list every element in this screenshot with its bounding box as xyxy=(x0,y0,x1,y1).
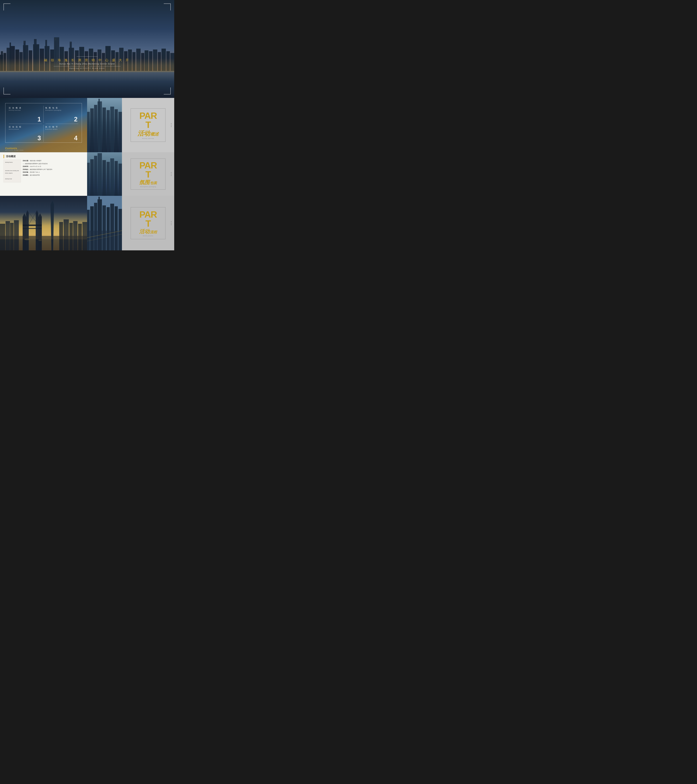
detail-label-5: 活动对象： xyxy=(23,171,30,173)
svg-rect-85 xyxy=(23,228,42,229)
contents-num-4: 4 xyxy=(74,135,77,142)
svg-point-104 xyxy=(25,239,30,240)
detail-item-4: 活动地点： 融创海逸长洲营销中心外广场及室内 xyxy=(23,168,84,171)
slide-row-2: 活 动 概 述 Activity overview 1 氛 围 包 装 Atmo… xyxy=(0,98,174,152)
part1-label2: T xyxy=(134,120,162,129)
detail-value-4: 融创海逸长洲营销中心外广场及室内 xyxy=(30,169,52,170)
part2-cn-stylized2: 包装 xyxy=(150,181,157,185)
svg-rect-84 xyxy=(23,224,42,226)
svg-rect-66 xyxy=(87,163,90,196)
corner-bracket-tl xyxy=(3,3,10,10)
activity-header: 活动概述 xyxy=(0,153,87,160)
svg-rect-117 xyxy=(87,231,122,250)
part3-cn-stylized: 活动 xyxy=(139,228,150,235)
hero-divider-line: — xyxy=(0,66,174,67)
slide-row-3: 活动概述 Activity theme Activities time Acti… xyxy=(0,152,174,196)
detail-value-3: 2020 年 8 月 22 日 xyxy=(30,166,41,167)
part3-label2: T xyxy=(134,219,162,228)
detail-value-6: 盛大喜悦有声势 xyxy=(30,175,40,176)
part1-gray-area: PAR T 活动 概述 Activity overview xyxy=(122,98,174,152)
part1-cn-stylized: 活动 xyxy=(137,129,150,138)
slide-hero: 融 创 海 逸 长 洲 营 销 中 心 盛 大 开 Sunac Hai Yi C… xyxy=(0,0,174,98)
svg-rect-46 xyxy=(24,41,24,41)
svg-rect-69 xyxy=(97,153,102,196)
svg-rect-51 xyxy=(56,39,56,39)
contents-main-subtitle: ACTIVITY PLAN 2020 xyxy=(5,150,23,151)
svg-rect-56 xyxy=(87,112,90,152)
part1-label: PAR xyxy=(134,111,162,120)
part3-city-image xyxy=(87,196,122,250)
part1-city-image xyxy=(87,98,122,152)
svg-rect-55 xyxy=(71,42,71,43)
svg-rect-64 xyxy=(115,109,118,152)
slide-part3: PAR T 活动 流程 Active process xyxy=(87,196,174,250)
slide-part1: PAR T 活动 概述 Activity overview xyxy=(87,98,174,152)
svg-rect-58 xyxy=(94,105,97,152)
sidebar-item-3: Activity tonal xyxy=(5,178,19,180)
activity-sidebar: Activity theme Activities time Activity … xyxy=(3,160,21,183)
svg-rect-65 xyxy=(119,112,122,152)
corner-bracket-br xyxy=(164,87,171,94)
detail-item-2: ——融创海逸长洲营销中心盛大开放活动 xyxy=(23,163,84,165)
part2-dot-1 xyxy=(171,172,171,173)
activity-title-bar xyxy=(3,155,4,158)
detail-item-3: 活动时间： 2020 年 8 月 22 日 xyxy=(23,165,84,168)
part3-label: PAR xyxy=(134,210,162,219)
contents-bottom: Contents ACTIVITY PLAN 2020 xyxy=(5,147,23,151)
part3-dots xyxy=(171,221,171,225)
part3-gray-area: PAR T 活动 流程 Active process xyxy=(122,196,174,250)
part1-dot-1 xyxy=(171,123,171,124)
contents-en-4: Execution details xyxy=(45,128,78,130)
hero-english-title: Sunac Hai Yi Chang Zhou Marketing Center… xyxy=(0,63,174,65)
sidebar-item-1: Activity theme xyxy=(5,161,19,164)
svg-rect-73 xyxy=(115,161,118,196)
part1-dot-2 xyxy=(171,125,171,125)
part1-dots xyxy=(171,123,171,127)
part2-dots xyxy=(171,172,171,176)
svg-rect-72 xyxy=(110,158,114,196)
part1-text-box: PAR T 活动 概述 Activity overview xyxy=(131,109,165,142)
contents-cn-1: 活 动 概 述 xyxy=(9,107,42,109)
detail-value-1: 逸刻次族 大幕盛开 xyxy=(30,160,41,161)
part2-cn-stylized: 氛围 xyxy=(139,179,150,186)
part1-dot-3 xyxy=(171,126,171,127)
svg-rect-57 xyxy=(90,109,94,152)
part1-cn-stylized2: 概述 xyxy=(150,131,159,137)
part2-dot-3 xyxy=(171,175,171,176)
part3-text-box: PAR T 活动 流程 Active process xyxy=(131,207,165,239)
corner-bracket-bl xyxy=(3,87,10,94)
detail-label-6: 活动调性： xyxy=(23,175,30,176)
sidebar-item-2: Activities time Activity site Active obj… xyxy=(5,170,19,175)
svg-rect-70 xyxy=(102,160,106,196)
part3-dot-2 xyxy=(171,223,171,224)
part2-text-box: PAR T 氛围 包装 Atmosphere packaging xyxy=(131,158,165,189)
svg-rect-54 xyxy=(70,42,70,43)
svg-rect-103 xyxy=(0,236,87,239)
detail-item-1: 活动主题： 逸刻次族 大幕盛开 xyxy=(23,160,84,162)
svg-rect-68 xyxy=(94,156,97,196)
contents-num-1: 1 xyxy=(38,116,41,123)
detail-label-3: 活动时间： xyxy=(23,166,30,167)
contents-en-2: Atmosphere packaging xyxy=(45,110,78,111)
slide-part2: PAR T 氛围 包装 Atmosphere packaging xyxy=(87,152,174,196)
hero-water xyxy=(0,71,174,98)
slide-row-4: PAR T 活动 流程 Active process xyxy=(0,196,174,250)
contents-item-3: 活 动 流 程 Active process 3 xyxy=(7,124,44,143)
hero-chinese-title: 融 创 海 逸 长 洲 营 销 中 心 盛 大 开 xyxy=(0,58,174,62)
activity-content: Activity theme Activities time Activity … xyxy=(0,160,87,183)
svg-rect-48 xyxy=(24,42,24,42)
part3-dot-1 xyxy=(171,221,171,222)
part2-label2: T xyxy=(134,170,162,179)
hero-divider-top xyxy=(77,56,97,57)
hero-plan-text: Opening ACTIVITY PLAN 2020 xyxy=(0,68,174,69)
part1-en-label: Activity overview xyxy=(134,138,162,139)
activity-detail: 活动主题： 逸刻次族 大幕盛开 ——融创海逸长洲营销中心盛大开放活动 活动时间：… xyxy=(23,160,84,183)
svg-point-105 xyxy=(38,240,42,241)
part3-dot-3 xyxy=(171,224,171,225)
detail-value-2: ——融创海逸长洲营销中心盛大开放活动 xyxy=(23,163,48,165)
contents-item-2: 氛 围 包 装 Atmosphere packaging 2 xyxy=(44,105,80,124)
hero-text-container: 融 创 海 逸 长 洲 营 销 中 心 盛 大 开 Sunac Hai Yi C… xyxy=(0,56,174,71)
part2-dot-2 xyxy=(171,174,171,175)
part2-city-image xyxy=(87,152,122,196)
slide-london xyxy=(0,196,87,250)
